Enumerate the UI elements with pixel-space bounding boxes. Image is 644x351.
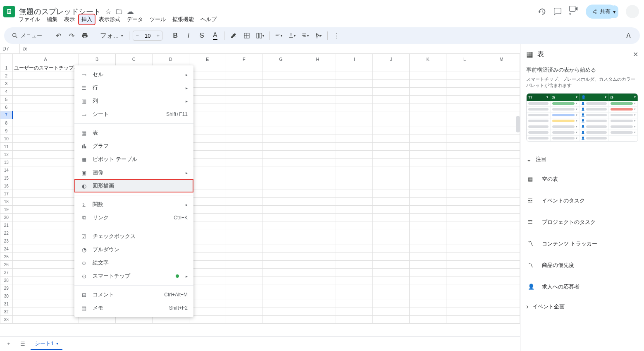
cell[interactable]: [262, 96, 299, 103]
cell[interactable]: [373, 269, 410, 276]
insert-sheet[interactable]: ▭シートShift+F11: [74, 108, 193, 121]
cell[interactable]: [373, 214, 410, 221]
cell[interactable]: [262, 292, 299, 300]
cell[interactable]: [262, 198, 299, 206]
cell[interactable]: [446, 206, 483, 214]
row-header[interactable]: 1: [0, 64, 13, 72]
cell[interactable]: [446, 151, 483, 159]
insert-row[interactable]: ☰行▸: [74, 81, 193, 94]
cell[interactable]: [226, 237, 262, 245]
cell[interactable]: [299, 229, 336, 237]
cell[interactable]: [226, 182, 262, 190]
row-header[interactable]: 19: [0, 206, 13, 214]
cell[interactable]: [483, 300, 520, 308]
cell[interactable]: [410, 127, 446, 135]
cell[interactable]: [299, 206, 336, 214]
cell[interactable]: [299, 80, 336, 88]
col-header[interactable]: I: [336, 54, 373, 64]
cell[interactable]: [12, 166, 79, 174]
vscroll[interactable]: [516, 116, 520, 132]
cell[interactable]: [373, 221, 410, 229]
cell[interactable]: [483, 253, 520, 261]
cell[interactable]: [189, 127, 226, 135]
cell[interactable]: [262, 237, 299, 245]
cell[interactable]: [373, 159, 410, 166]
cell[interactable]: [410, 284, 446, 292]
cell[interactable]: [483, 174, 520, 182]
cell[interactable]: [189, 119, 226, 127]
cell[interactable]: [446, 111, 483, 119]
cell[interactable]: [483, 72, 520, 80]
select-all-corner[interactable]: [0, 54, 13, 64]
cell[interactable]: [373, 72, 410, 80]
cell[interactable]: [189, 96, 226, 103]
cell[interactable]: [410, 221, 446, 229]
cell[interactable]: [299, 308, 336, 316]
merge-button[interactable]: ▾: [254, 30, 266, 41]
cell[interactable]: [483, 96, 520, 103]
cell[interactable]: [299, 261, 336, 269]
col-header[interactable]: G: [262, 54, 299, 64]
row-header[interactable]: 12: [0, 151, 13, 159]
opt-project-tasks[interactable]: ☲プロジェクトのタスク: [526, 212, 638, 233]
cell[interactable]: [262, 135, 299, 143]
cell[interactable]: [299, 174, 336, 182]
cell[interactable]: [410, 276, 446, 284]
cell[interactable]: [262, 159, 299, 166]
cell[interactable]: [12, 229, 79, 237]
cell[interactable]: [262, 300, 299, 308]
sp-featured[interactable]: ⌄注目: [526, 150, 638, 168]
cell[interactable]: [483, 103, 520, 111]
row-header[interactable]: 5: [0, 96, 13, 103]
cell[interactable]: [226, 143, 262, 151]
row-header[interactable]: 9: [0, 127, 13, 135]
cell[interactable]: [373, 229, 410, 237]
cell[interactable]: [336, 127, 373, 135]
cell[interactable]: [410, 72, 446, 80]
row-header[interactable]: 24: [0, 245, 13, 253]
cell[interactable]: [226, 72, 262, 80]
cell[interactable]: [299, 214, 336, 221]
row-header[interactable]: 2: [0, 72, 13, 80]
cell[interactable]: [12, 190, 79, 198]
cell[interactable]: [12, 276, 79, 284]
cell[interactable]: [189, 214, 226, 221]
cell[interactable]: [299, 190, 336, 198]
cell[interactable]: [446, 292, 483, 300]
cell[interactable]: [483, 237, 520, 245]
cell[interactable]: [373, 245, 410, 253]
row-header[interactable]: 28: [0, 276, 13, 284]
cell[interactable]: [189, 198, 226, 206]
name-box[interactable]: D7: [0, 44, 20, 53]
cell[interactable]: [262, 127, 299, 135]
cell[interactable]: [189, 284, 226, 292]
cell[interactable]: [189, 206, 226, 214]
cell[interactable]: [189, 182, 226, 190]
cell[interactable]: [226, 245, 262, 253]
cell[interactable]: [299, 96, 336, 103]
cell[interactable]: [262, 308, 299, 316]
cell[interactable]: [226, 316, 262, 324]
row-header[interactable]: 27: [0, 269, 13, 276]
cell[interactable]: [373, 182, 410, 190]
cell[interactable]: [189, 292, 226, 300]
cell[interactable]: [189, 72, 226, 80]
cell[interactable]: [336, 198, 373, 206]
cell[interactable]: [189, 276, 226, 284]
cell[interactable]: [446, 143, 483, 151]
cell[interactable]: [410, 261, 446, 269]
font-size[interactable]: − +: [133, 31, 162, 41]
cell[interactable]: [226, 261, 262, 269]
row-header[interactable]: 4: [0, 88, 13, 96]
menu-extensions[interactable]: 拡張機能: [169, 14, 197, 25]
font-select[interactable]: フォ... ▾: [98, 30, 126, 41]
cell[interactable]: [299, 72, 336, 80]
cell[interactable]: [336, 261, 373, 269]
cell[interactable]: [446, 96, 483, 103]
col-header[interactable]: F: [226, 54, 262, 64]
row-header[interactable]: 7: [0, 111, 13, 119]
cell[interactable]: [299, 292, 336, 300]
undo-button[interactable]: ↶: [52, 30, 64, 41]
col-header[interactable]: M: [483, 54, 520, 64]
cell[interactable]: [373, 166, 410, 174]
